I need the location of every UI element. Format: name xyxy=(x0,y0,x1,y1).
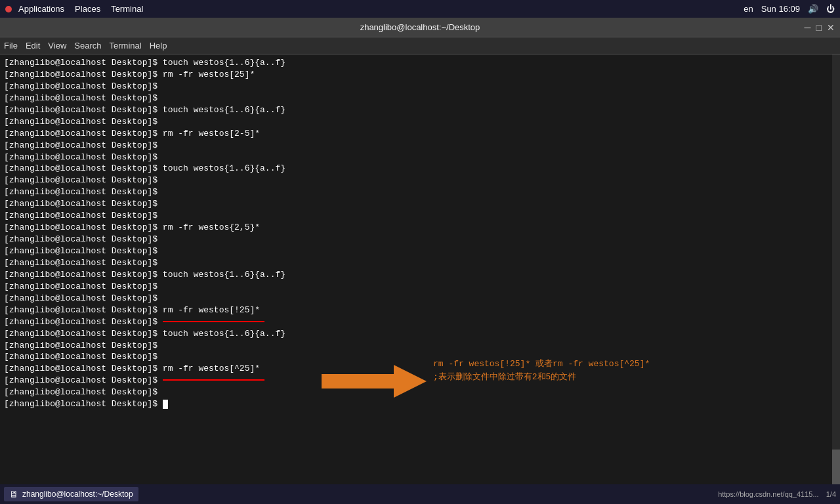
scrollbar[interactable] xyxy=(832,54,840,502)
maximize-button[interactable]: □ xyxy=(816,22,822,33)
window-title: zhanglibo@localhost:~/Desktop xyxy=(360,22,480,32)
term-line-underline2: [zhanglibo@localhost Desktop]$ xyxy=(4,375,836,387)
term-line: [zhanglibo@localhost Desktop]$ xyxy=(4,198,836,210)
menu-terminal[interactable]: Terminal xyxy=(110,41,142,51)
window-controls: ─ □ ✕ xyxy=(805,22,835,33)
applications-menu[interactable]: Applications xyxy=(18,4,64,14)
term-line-cursor: [zhanglibo@localhost Desktop]$ xyxy=(4,398,836,410)
taskbar-right-info: https://blog.csdn.net/qq_4115... 1/4 xyxy=(718,490,836,498)
taskbar: 🖥 zhanglibo@localhost:~/Desktop https://… xyxy=(0,484,840,504)
term-line: [zhanglibo@localhost Desktop]$ xyxy=(4,116,836,128)
term-line: [zhanglibo@localhost Desktop]$ xyxy=(4,186,836,198)
places-menu[interactable]: Places xyxy=(75,4,100,14)
term-line: [zhanglibo@localhost Desktop]$ rm -fr we… xyxy=(4,304,836,316)
minimize-button[interactable]: ─ xyxy=(805,22,811,33)
close-button[interactable]: ✕ xyxy=(827,22,835,33)
term-line: [zhanglibo@localhost Desktop]$ xyxy=(4,81,836,93)
menu-search[interactable]: Search xyxy=(74,41,101,51)
term-line: [zhanglibo@localhost Desktop]$ xyxy=(4,351,836,363)
term-line: [zhanglibo@localhost Desktop]$ rm -fr we… xyxy=(4,69,836,81)
menu-view[interactable]: View xyxy=(48,41,66,51)
term-line-underline1: [zhanglibo@localhost Desktop]$ xyxy=(4,316,836,328)
term-line: [zhanglibo@localhost Desktop]$ touch wes… xyxy=(4,57,836,69)
term-line: [zhanglibo@localhost Desktop]$ xyxy=(4,140,836,152)
title-bar: zhanglibo@localhost:~/Desktop ─ □ ✕ xyxy=(0,18,840,37)
term-line: [zhanglibo@localhost Desktop]$ xyxy=(4,175,836,186)
term-line: [zhanglibo@localhost Desktop]$ touch wes… xyxy=(4,163,836,175)
term-line: [zhanglibo@localhost Desktop]$ xyxy=(4,293,836,304)
terminal-content[interactable]: [zhanglibo@localhost Desktop]$ touch wes… xyxy=(0,54,840,504)
term-line: [zhanglibo@localhost Desktop]$ touch wes… xyxy=(4,328,836,340)
terminal-window: zhanglibo@localhost:~/Desktop ─ □ ✕ File… xyxy=(0,18,840,504)
volume-icon[interactable]: 🔊 xyxy=(808,4,818,14)
menu-bar: File Edit View Search Terminal Help xyxy=(0,37,840,54)
term-line: [zhanglibo@localhost Desktop]$ touch wes… xyxy=(4,104,836,116)
taskbar-task-label: zhanglibo@localhost:~/Desktop xyxy=(22,490,133,499)
taskbar-page: 1/4 xyxy=(826,490,836,498)
term-line: [zhanglibo@localhost Desktop]$ xyxy=(4,152,836,163)
power-icon[interactable]: ⏻ xyxy=(826,4,835,14)
clock: Sun 16:09 xyxy=(761,4,800,14)
term-line: [zhanglibo@localhost Desktop]$ rm -fr we… xyxy=(4,128,836,140)
term-line: [zhanglibo@localhost Desktop]$ xyxy=(4,257,836,269)
term-line: [zhanglibo@localhost Desktop]$ touch wes… xyxy=(4,269,836,281)
distro-icon xyxy=(5,6,12,12)
term-line: [zhanglibo@localhost Desktop]$ rm -fr we… xyxy=(4,363,836,375)
term-line: [zhanglibo@localhost Desktop]$ xyxy=(4,281,836,293)
locale-indicator: en xyxy=(744,4,753,14)
terminal-task-icon: 🖥 xyxy=(9,489,18,499)
system-bar: Applications Places Terminal en Sun 16:0… xyxy=(0,0,840,18)
term-line: [zhanglibo@localhost Desktop]$ xyxy=(4,340,836,352)
term-line: [zhanglibo@localhost Desktop]$ xyxy=(4,93,836,104)
menu-help[interactable]: Help xyxy=(150,41,167,51)
term-line: [zhanglibo@localhost Desktop]$ xyxy=(4,234,836,245)
term-line: [zhanglibo@localhost Desktop]$ xyxy=(4,387,836,398)
menu-file[interactable]: File xyxy=(4,41,18,51)
taskbar-task-item[interactable]: 🖥 zhanglibo@localhost:~/Desktop xyxy=(4,487,138,501)
term-line: [zhanglibo@localhost Desktop]$ xyxy=(4,245,836,257)
term-line: [zhanglibo@localhost Desktop]$ xyxy=(4,210,836,222)
menu-edit[interactable]: Edit xyxy=(26,41,40,51)
term-line: [zhanglibo@localhost Desktop]$ rm -fr we… xyxy=(4,222,836,234)
terminal-menu[interactable]: Terminal xyxy=(111,4,143,14)
taskbar-link: https://blog.csdn.net/qq_4115... xyxy=(718,490,819,498)
